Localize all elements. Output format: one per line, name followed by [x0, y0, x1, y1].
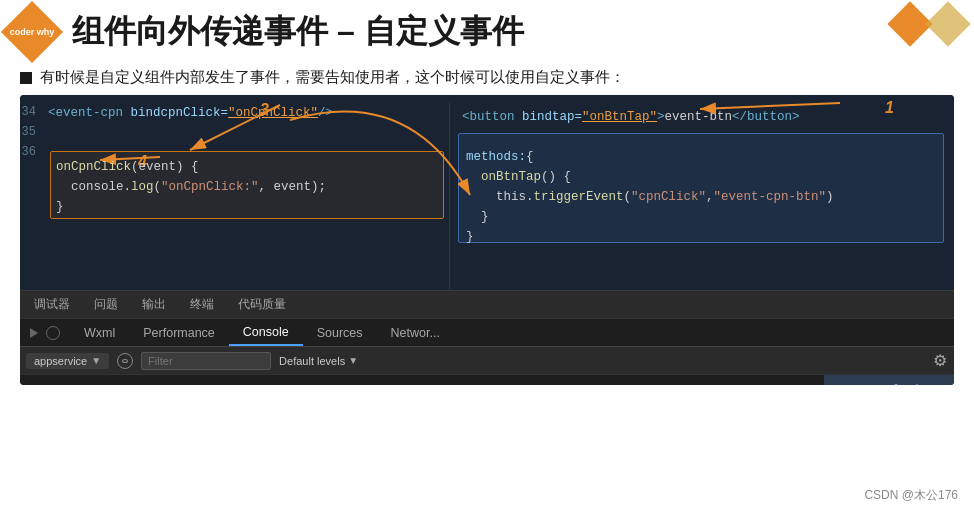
- method-line-2: console.log("onCpnClick:", event);: [56, 177, 326, 197]
- play-icon[interactable]: [30, 328, 38, 338]
- output-file-ref: le.js:30: [824, 375, 954, 385]
- filter-input[interactable]: [141, 352, 271, 370]
- code-line-34: 34 <event-cpn bindcpnClick="onCpnClick"/…: [20, 103, 439, 123]
- description-text: 有时候是自定义组件内部发生了事件，需要告知使用者，这个时候可以使用自定义事件：: [40, 68, 625, 87]
- console-nav: Wxml Performance Console Sources Networ.…: [20, 318, 954, 346]
- code-text: }: [56, 197, 64, 217]
- tab-quality[interactable]: 代码质量: [234, 294, 290, 315]
- code-area: 34 <event-cpn bindcpnClick="onCpnClick"/…: [20, 95, 954, 385]
- nav-tab-console[interactable]: Console: [229, 319, 303, 346]
- label-1: 1: [885, 99, 894, 117]
- eye-icon[interactable]: [117, 353, 133, 369]
- code-text: this.: [466, 187, 534, 207]
- expand-icon: [28, 385, 35, 386]
- right-method-4: }: [466, 207, 834, 227]
- code-text: }: [466, 207, 489, 227]
- page-title: 组件向外传递事件 – 自定义事件: [72, 10, 524, 54]
- code-text: }: [466, 227, 474, 247]
- devtools-tabs-bar: 调试器 问题 输出 终端 代码质量: [20, 290, 954, 318]
- logo: coder why: [1, 1, 63, 63]
- left-code-panel: 34 <event-cpn bindcpnClick="onCpnClick"/…: [20, 103, 450, 290]
- code-text: methods:: [466, 147, 526, 167]
- corner-decoration: [894, 8, 964, 40]
- code-text: [48, 123, 56, 143]
- default-levels-dropdown[interactable]: Default levels ▼: [279, 355, 358, 367]
- code-text: console.: [56, 177, 131, 197]
- levels-arrow-icon: ▼: [348, 355, 358, 366]
- right-method-5: }: [466, 227, 834, 247]
- code-text: [466, 167, 481, 187]
- nav-tab-sources[interactable]: Sources: [303, 319, 377, 346]
- console-output: onCpnClick: ▶{type: "cpnClick", timeStam…: [20, 374, 954, 385]
- code-text: onCpnClick: [56, 157, 131, 177]
- right-code-panel: <button bindtap="onBtnTap">event-btn</bu…: [450, 103, 954, 290]
- code-editor: 34 <event-cpn bindcpnClick="onCpnClick"/…: [20, 95, 954, 290]
- tab-output[interactable]: 输出: [138, 294, 170, 315]
- appservice-dropdown[interactable]: appservice ▼: [26, 353, 109, 369]
- line-number: 36: [20, 143, 48, 162]
- nav-tab-performance[interactable]: Performance: [129, 319, 229, 346]
- method-line-1: onCpnClick(event) {: [56, 157, 326, 177]
- appservice-label: appservice: [34, 355, 87, 367]
- file-ref-text: le.js:30: [893, 383, 946, 385]
- label-3: 3: [260, 101, 269, 119]
- code-line-35: 35: [20, 123, 439, 143]
- default-levels-label: Default levels: [279, 355, 345, 367]
- right-method-2: onBtnTap() {: [466, 167, 834, 187]
- logo-text: coder why: [10, 27, 55, 38]
- method-line-3: }: [56, 197, 326, 217]
- header: coder why 组件向外传递事件 – 自定义事件: [0, 0, 974, 62]
- console-nav-left-controls: [20, 319, 70, 346]
- right-line-1: <button bindtap="onBtnTap">event-btn</bu…: [462, 107, 954, 127]
- gear-icon[interactable]: ⚙: [932, 353, 948, 369]
- description: 有时候是自定义组件内部发生了事件，需要告知使用者，这个时候可以使用自定义事件：: [0, 62, 974, 95]
- line-number: 35: [20, 123, 48, 142]
- tab-terminal[interactable]: 终端: [186, 294, 218, 315]
- eye-pupil: [122, 359, 128, 363]
- right-method-1: methods: {: [466, 147, 834, 167]
- nav-tab-network[interactable]: Networ...: [377, 319, 454, 346]
- refresh-icon[interactable]: [46, 326, 60, 340]
- bullet-icon: [20, 72, 32, 84]
- dropdown-arrow-icon: ▼: [91, 355, 101, 366]
- output-text: onCpnClick: ▶{type: "cpnClick", timeStam…: [39, 382, 646, 386]
- code-text: <button bindtap="onBtnTap">event-btn</bu…: [462, 107, 800, 127]
- corner-diamond-2: [925, 1, 970, 46]
- nav-tab-wxml[interactable]: Wxml: [70, 319, 129, 346]
- line-number: 34: [20, 103, 48, 122]
- console-filter-bar: appservice ▼ Default levels ▼ ⚙: [20, 346, 954, 374]
- footer: CSDN @木公176: [864, 487, 958, 504]
- footer-text: CSDN @木公176: [864, 488, 958, 502]
- right-method-3: this.triggerEvent("cpnClick", "event-cpn…: [466, 187, 834, 207]
- code-text: <event-cpn bindcpnClick="onCpnClick"/>: [48, 103, 333, 123]
- tab-debugger[interactable]: 调试器: [30, 294, 74, 315]
- tab-issues[interactable]: 问题: [90, 294, 122, 315]
